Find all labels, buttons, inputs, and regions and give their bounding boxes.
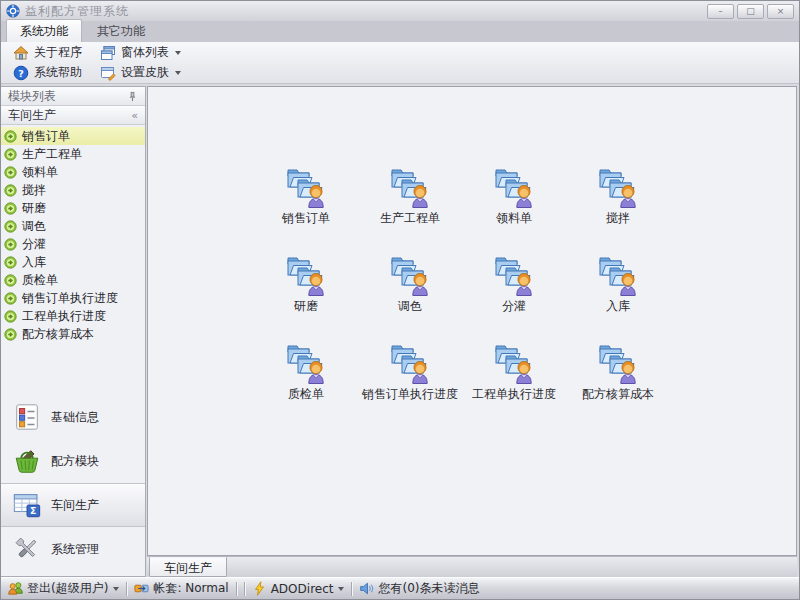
- pin-icon[interactable]: [127, 91, 138, 102]
- about-program-button[interactable]: 关于程序: [5, 43, 90, 63]
- sidebar-item-tinting[interactable]: 调色: [1, 217, 145, 235]
- sidebar-item-production-work-order[interactable]: 生产工程单: [1, 145, 145, 163]
- sidebar-item-work-order-progress[interactable]: 工程单执行进度: [1, 307, 145, 325]
- sidebar-item-material-requisition[interactable]: 领料单: [1, 163, 145, 181]
- sidebar-item-label: 销售订单执行进度: [22, 290, 118, 307]
- section-workshop-production[interactable]: 车间生产: [1, 483, 145, 527]
- sidebar-item-sales-order-progress[interactable]: 销售订单执行进度: [1, 289, 145, 307]
- section-system-management[interactable]: 系统管理: [1, 527, 145, 571]
- tab-system-functions[interactable]: 系统功能: [6, 19, 82, 42]
- tab-other-functions[interactable]: 其它功能: [84, 20, 158, 42]
- shortcut-grinding[interactable]: 研磨: [254, 253, 358, 341]
- green-arrow-icon: [4, 148, 17, 161]
- sidebar-item-mixing[interactable]: 搅拌: [1, 181, 145, 199]
- shortcut-material-requisition[interactable]: 领料单: [462, 165, 566, 253]
- shortcut-mixing[interactable]: 搅拌: [566, 165, 670, 253]
- folder-user-icon: [594, 341, 642, 385]
- ribbon-toolbar: 关于程序 窗体列表 系统帮助 设置皮肤: [1, 42, 799, 84]
- section-label: 基础信息: [51, 409, 99, 426]
- unread-messages-indicator[interactable]: 您有(0)条未读消息: [359, 580, 479, 597]
- sidebar-group-header: 车间生产 «: [1, 106, 145, 125]
- sidebar-item-label: 搅拌: [22, 182, 46, 199]
- shortcut-label: 销售订单: [282, 210, 330, 227]
- sidebar-item-label: 研磨: [22, 200, 46, 217]
- dropdown-arrow-icon: [113, 587, 119, 591]
- main-content: 销售订单 生产工程单 领料单 搅拌: [147, 86, 797, 556]
- app-logo-icon: [6, 4, 20, 18]
- shortcut-quality-inspection[interactable]: 质检单: [254, 341, 358, 429]
- sidebar-item-warehousing[interactable]: 入库: [1, 253, 145, 271]
- speaker-icon: [359, 581, 374, 596]
- shortcut-formula-cost[interactable]: 配方核算成本: [566, 341, 670, 429]
- sidebar-item-label: 工程单执行进度: [22, 308, 106, 325]
- folder-user-icon: [490, 165, 538, 209]
- green-arrow-icon: [4, 310, 17, 323]
- tab-workshop-production[interactable]: 车间生产: [149, 557, 227, 577]
- minimize-button[interactable]: –: [707, 4, 734, 19]
- about-program-label: 关于程序: [34, 44, 82, 61]
- logout-button[interactable]: 登出(超级用户): [8, 580, 119, 597]
- lightning-icon: [252, 581, 267, 596]
- green-arrow-icon: [4, 274, 17, 287]
- shortcut-tinting[interactable]: 调色: [358, 253, 462, 341]
- module-sidebar: 模块列表 车间生产 « 销售订单 生产工程单: [1, 86, 146, 577]
- shortcut-warehousing[interactable]: 入库: [566, 253, 670, 341]
- help-icon: [13, 65, 29, 81]
- maximize-button[interactable]: □: [737, 4, 764, 19]
- shortcut-label: 配方核算成本: [582, 386, 654, 403]
- home-icon: [13, 45, 29, 61]
- module-shortcut-grid: 销售订单 生产工程单 领料单 搅拌: [148, 87, 796, 429]
- set-skin-label: 设置皮肤: [121, 64, 169, 81]
- sidebar-item-formula-cost[interactable]: 配方核算成本: [1, 325, 145, 343]
- sidebar-item-sales-order[interactable]: 销售订单: [1, 127, 145, 145]
- sidebar-item-grinding[interactable]: 研磨: [1, 199, 145, 217]
- separator: [351, 582, 352, 596]
- set-skin-button[interactable]: 设置皮肤: [92, 63, 189, 83]
- sidebar-item-label: 分灌: [22, 236, 46, 253]
- shortcut-label: 研磨: [294, 298, 318, 315]
- folder-user-icon: [490, 253, 538, 297]
- shortcut-filling[interactable]: 分灌: [462, 253, 566, 341]
- system-help-label: 系统帮助: [34, 64, 82, 81]
- system-help-button[interactable]: 系统帮助: [5, 63, 90, 83]
- section-formula-module[interactable]: 配方模块: [1, 439, 145, 483]
- window-list-button[interactable]: 窗体列表: [92, 43, 189, 63]
- shortcut-label: 生产工程单: [380, 210, 440, 227]
- sidebar-header-label: 模块列表: [8, 88, 56, 105]
- shortcut-label: 工程单执行进度: [472, 386, 556, 403]
- collapse-icon[interactable]: «: [131, 109, 138, 122]
- folder-user-icon: [386, 341, 434, 385]
- green-arrow-icon: [4, 166, 17, 179]
- document-tab-strip: 车间生产: [147, 556, 797, 577]
- shortcut-sales-order[interactable]: 销售订单: [254, 165, 358, 253]
- separator: [244, 582, 245, 596]
- green-arrow-icon: [4, 256, 17, 269]
- folder-user-icon: [282, 165, 330, 209]
- green-arrow-icon: [4, 238, 17, 251]
- separator: [236, 582, 237, 596]
- section-label: 系统管理: [51, 541, 99, 558]
- folder-user-icon: [594, 165, 642, 209]
- main-column: 销售订单 生产工程单 领料单 搅拌: [146, 86, 799, 577]
- shortcut-label: 入库: [606, 298, 630, 315]
- sidebar-sections: 基础信息 配方模块 车间生产 系统管理: [1, 395, 145, 576]
- dropdown-arrow-icon: [338, 587, 344, 591]
- status-bar: 登出(超级用户) 帐套: Normal ADODirect 您有(0)条未读消息: [1, 577, 799, 599]
- window-title: 益利配方管理系统: [25, 3, 704, 20]
- dropdown-arrow-icon: [175, 51, 181, 55]
- folder-user-icon: [386, 165, 434, 209]
- close-button[interactable]: ×: [767, 4, 794, 19]
- sidebar-item-label: 生产工程单: [22, 146, 82, 163]
- title-bar: 益利配方管理系统 – □ ×: [1, 1, 799, 21]
- sidebar-item-quality-inspection[interactable]: 质检单: [1, 271, 145, 289]
- shortcut-work-order-progress[interactable]: 工程单执行进度: [462, 341, 566, 429]
- logout-label: 登出(超级用户): [27, 580, 108, 597]
- data-provider-button[interactable]: ADODirect: [252, 581, 345, 596]
- sidebar-item-filling[interactable]: 分灌: [1, 235, 145, 253]
- section-basic-info[interactable]: 基础信息: [1, 395, 145, 439]
- green-arrow-icon: [4, 130, 17, 143]
- shortcut-sales-order-progress[interactable]: 销售订单执行进度: [358, 341, 462, 429]
- shortcut-production-work-order[interactable]: 生产工程单: [358, 165, 462, 253]
- app-body: 模块列表 车间生产 « 销售订单 生产工程单: [1, 84, 799, 577]
- section-label: 配方模块: [51, 453, 99, 470]
